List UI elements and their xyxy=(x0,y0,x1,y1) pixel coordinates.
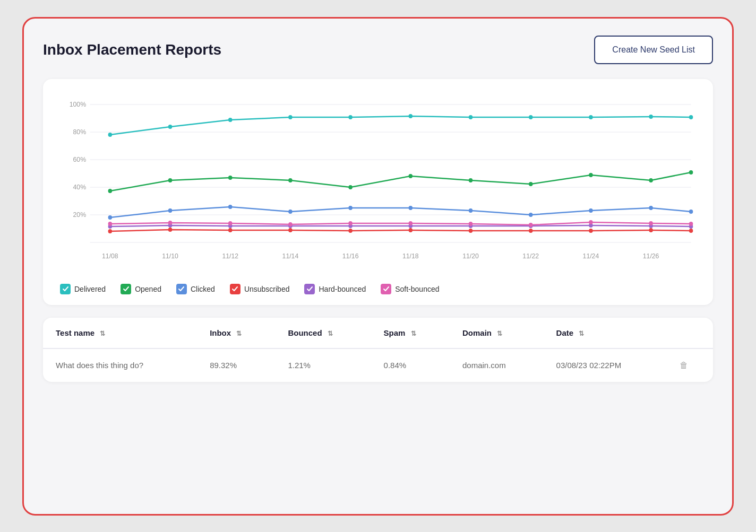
svg-point-50 xyxy=(529,213,533,217)
svg-text:11/10: 11/10 xyxy=(162,252,178,259)
svg-point-51 xyxy=(589,208,593,213)
svg-point-80 xyxy=(348,221,353,225)
svg-point-85 xyxy=(649,221,653,225)
svg-text:11/22: 11/22 xyxy=(522,252,539,259)
svg-text:40%: 40% xyxy=(73,183,87,190)
svg-point-64 xyxy=(689,229,693,233)
page-header: Inbox Placement Reports Create New Seed … xyxy=(43,36,713,64)
legend-item-delivered[interactable]: Delivered xyxy=(60,284,106,294)
col-header-test-name[interactable]: Test name ⇅ xyxy=(43,318,197,348)
col-header-inbox[interactable]: Inbox ⇅ xyxy=(197,318,275,348)
legend-item-hard-bounced[interactable]: Hard-bounced xyxy=(304,284,366,294)
cell-bounced: 1.21% xyxy=(275,348,371,382)
svg-point-60 xyxy=(469,229,473,233)
svg-point-39 xyxy=(529,182,533,186)
svg-point-53 xyxy=(689,210,693,214)
col-header-bounced[interactable]: Bounced ⇅ xyxy=(275,318,371,348)
legend-checkbox-delivered xyxy=(60,284,71,294)
svg-point-38 xyxy=(469,178,473,182)
svg-text:11/18: 11/18 xyxy=(402,252,419,259)
svg-point-63 xyxy=(649,228,653,232)
svg-point-45 xyxy=(228,205,233,209)
legend-label-hard-bounced: Hard-bounced xyxy=(319,285,366,293)
svg-text:20%: 20% xyxy=(73,211,87,218)
svg-point-23 xyxy=(228,118,233,122)
reports-table: Test name ⇅ Inbox ⇅ Bounced ⇅ Spam ⇅ xyxy=(43,318,713,382)
col-header-spam[interactable]: Spam ⇅ xyxy=(371,318,450,348)
svg-text:11/24: 11/24 xyxy=(583,252,599,259)
svg-point-82 xyxy=(469,222,473,226)
col-header-domain[interactable]: Domain ⇅ xyxy=(450,318,544,348)
svg-point-28 xyxy=(529,115,533,119)
svg-point-84 xyxy=(589,220,593,224)
svg-point-27 xyxy=(469,115,473,119)
table-card: Test name ⇅ Inbox ⇅ Bounced ⇅ Spam ⇅ xyxy=(43,318,713,382)
svg-point-54 xyxy=(108,229,113,233)
svg-point-58 xyxy=(348,229,353,233)
svg-point-26 xyxy=(409,114,413,118)
chart-area: 100% 80% 60% 40% 20% 11/08 11/10 11/12 1… xyxy=(60,94,696,274)
chart-legend: Delivered Opened Clicked U xyxy=(60,284,696,294)
svg-point-40 xyxy=(589,173,593,177)
svg-text:11/14: 11/14 xyxy=(282,252,299,259)
cell-delete[interactable]: 🗑 xyxy=(667,348,713,382)
svg-point-22 xyxy=(168,125,173,129)
svg-point-35 xyxy=(288,178,293,182)
sort-icon-inbox: ⇅ xyxy=(236,330,242,337)
legend-checkbox-soft-bounced xyxy=(381,284,391,294)
svg-point-76 xyxy=(108,222,113,226)
svg-text:11/20: 11/20 xyxy=(462,252,479,259)
svg-point-34 xyxy=(228,176,233,180)
create-seed-list-button[interactable]: Create New Seed List xyxy=(594,36,713,64)
sort-icon-test-name: ⇅ xyxy=(100,330,105,337)
svg-text:11/08: 11/08 xyxy=(102,252,118,259)
table-row: What does this thing do? 89.32% 1.21% 0.… xyxy=(43,348,713,382)
legend-checkbox-hard-bounced xyxy=(304,284,315,294)
svg-point-25 xyxy=(348,115,353,119)
outer-card: Inbox Placement Reports Create New Seed … xyxy=(22,17,734,516)
page-title: Inbox Placement Reports xyxy=(43,41,221,58)
legend-label-clicked: Clicked xyxy=(191,285,215,293)
legend-checkbox-unsubscribed xyxy=(230,284,240,294)
svg-point-21 xyxy=(108,133,113,137)
svg-point-55 xyxy=(168,228,173,232)
svg-point-36 xyxy=(348,185,353,189)
legend-item-opened[interactable]: Opened xyxy=(121,284,161,294)
svg-point-37 xyxy=(409,174,413,178)
legend-label-delivered: Delivered xyxy=(74,285,106,293)
svg-point-46 xyxy=(288,210,293,214)
svg-text:11/26: 11/26 xyxy=(643,252,659,259)
svg-point-62 xyxy=(589,229,593,233)
svg-point-24 xyxy=(288,115,293,119)
cell-inbox: 89.32% xyxy=(197,348,275,382)
legend-item-soft-bounced[interactable]: Soft-bounced xyxy=(381,284,439,294)
delete-icon[interactable]: 🗑 xyxy=(680,361,688,370)
legend-checkbox-opened xyxy=(121,284,131,294)
svg-point-83 xyxy=(529,223,533,227)
svg-point-47 xyxy=(348,206,353,210)
svg-text:80%: 80% xyxy=(73,128,87,135)
sort-icon-date: ⇅ xyxy=(579,330,584,337)
cell-spam: 0.84% xyxy=(371,348,450,382)
legend-checkbox-clicked xyxy=(176,284,187,294)
svg-point-61 xyxy=(529,229,533,233)
col-header-date[interactable]: Date ⇅ xyxy=(544,318,667,348)
svg-point-52 xyxy=(649,206,653,210)
svg-text:100%: 100% xyxy=(70,100,86,108)
legend-item-clicked[interactable]: Clicked xyxy=(176,284,215,294)
legend-item-unsubscribed[interactable]: Unsubscribed xyxy=(230,284,290,294)
svg-point-31 xyxy=(689,115,693,119)
sort-icon-bounced: ⇅ xyxy=(328,330,333,337)
svg-point-81 xyxy=(409,221,413,225)
svg-point-59 xyxy=(409,228,413,232)
svg-point-43 xyxy=(108,215,113,220)
sort-icon-spam: ⇅ xyxy=(411,330,416,337)
svg-point-86 xyxy=(689,222,693,226)
svg-point-44 xyxy=(168,208,173,213)
svg-point-77 xyxy=(168,221,173,225)
chart-card: 100% 80% 60% 40% 20% 11/08 11/10 11/12 1… xyxy=(43,79,713,305)
sort-icon-domain: ⇅ xyxy=(497,330,502,337)
svg-text:11/12: 11/12 xyxy=(222,252,238,259)
svg-text:11/16: 11/16 xyxy=(342,252,359,259)
legend-label-unsubscribed: Unsubscribed xyxy=(244,285,290,293)
